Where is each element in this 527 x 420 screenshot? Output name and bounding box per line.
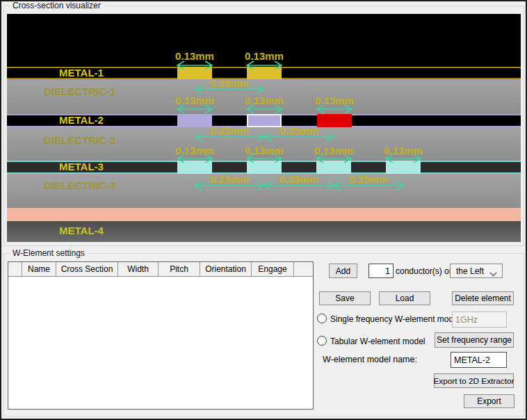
conductor-METAL-2-4[interactable]	[317, 114, 352, 127]
model-name-input[interactable]	[451, 352, 507, 368]
column-header-blank0	[8, 262, 22, 277]
conductor-METAL-1-1[interactable]	[247, 67, 282, 79]
single-frequency-radio[interactable]	[317, 314, 327, 323]
dimension-label: 0.13mm	[245, 145, 284, 156]
cross-section-canvas: METAL-1DIELECTRIC-1METAL-2DIELECTRIC-2ME…	[7, 14, 521, 242]
conductor-table: NameCross SectionWidthPitchOrientationEn…	[8, 261, 314, 410]
dimension-label: 0.13mm	[175, 51, 214, 61]
layer-label-DIELECTRIC-3: DIELECTRIC-3	[44, 180, 115, 191]
dimension-label: 0.13mm	[175, 95, 214, 106]
column-header-Engage: Engage	[252, 262, 294, 277]
column-header-Cross Section: Cross Section	[56, 262, 118, 277]
export-button[interactable]: Export	[464, 394, 514, 408]
conductors-on-label: conductor(s) on	[396, 266, 453, 276]
window: { "window": { "bg": "#f0f0f0", "frame_co…	[0, 0, 527, 420]
dimension-label: 0.25mm	[279, 125, 318, 136]
single-frequency-value-input	[452, 312, 507, 328]
load-button[interactable]: Load	[379, 291, 430, 305]
dimension-label: 0.25mm	[349, 174, 388, 184]
dimension-label: 0.13mm	[314, 145, 353, 156]
column-header-blank7	[294, 262, 313, 277]
dimension-label: 0.13mm	[175, 145, 214, 156]
layer-label-METAL-4: METAL-4	[59, 225, 104, 236]
single-frequency-label: Single frequency W-element model	[330, 314, 460, 324]
conductor-METAL-2-2[interactable]	[177, 114, 212, 127]
dimension-label: 0.13mm	[245, 51, 284, 61]
conductor-METAL-3-8[interactable]	[386, 161, 421, 174]
conductor-count-input[interactable]	[368, 264, 394, 278]
settings-group-label: W-Element settings	[10, 248, 88, 258]
save-button[interactable]: Save	[319, 291, 371, 305]
add-button[interactable]: Add	[329, 264, 357, 278]
set-frequency-range-button[interactable]: Set frequency range	[435, 332, 514, 348]
dimension-label: 0.13mm	[245, 95, 284, 106]
layer-band-SOLDER-MASK	[7, 208, 521, 221]
layer-label-METAL-1: METAL-1	[59, 67, 104, 78]
dimension-label: 0.13mm	[315, 95, 354, 106]
column-header-Orientation: Orientation	[200, 262, 252, 277]
tabular-model-label: Tabular W-element model	[330, 337, 425, 346]
conductor-METAL-3-6[interactable]	[247, 161, 282, 174]
dimension-label: 0.25mm	[279, 174, 318, 184]
model-name-label: W-element model name:	[323, 355, 417, 364]
table-header-row: NameCross SectionWidthPitchOrientationEn…	[8, 262, 313, 277]
chevron-down-icon	[489, 269, 497, 279]
layer-label-METAL-2: METAL-2	[59, 115, 104, 125]
dimension-label: 0.25mm	[210, 125, 249, 136]
side-select-value: the Left	[456, 266, 484, 276]
conductor-METAL-3-5[interactable]	[177, 161, 212, 174]
dimension-label: 0.13mm	[384, 145, 423, 156]
column-header-Pitch: Pitch	[159, 262, 200, 277]
tabular-model-radio[interactable]	[317, 336, 327, 346]
dimension-label: 0.25mm	[210, 174, 249, 184]
column-header-Name: Name	[22, 262, 56, 277]
layer-label-METAL-3: METAL-3	[59, 161, 104, 172]
visualizer-group-label: Cross-section visualizer	[10, 1, 104, 10]
layer-label-DIELECTRIC-1: DIELECTRIC-1	[44, 86, 115, 97]
layer-label-DIELECTRIC-2: DIELECTRIC-2	[44, 135, 115, 145]
dimension-label: 0.25mm	[210, 78, 249, 88]
export-2d-extractor-button[interactable]: Export to 2D Extractor	[434, 373, 514, 388]
delete-element-button[interactable]: Delete element	[452, 291, 514, 305]
conductor-METAL-2-3[interactable]	[247, 114, 282, 127]
conductor-METAL-3-7[interactable]	[316, 161, 351, 174]
side-select[interactable]: the Left	[450, 264, 503, 278]
column-header-Width: Width	[118, 262, 159, 277]
conductor-METAL-1-0[interactable]	[177, 67, 212, 79]
